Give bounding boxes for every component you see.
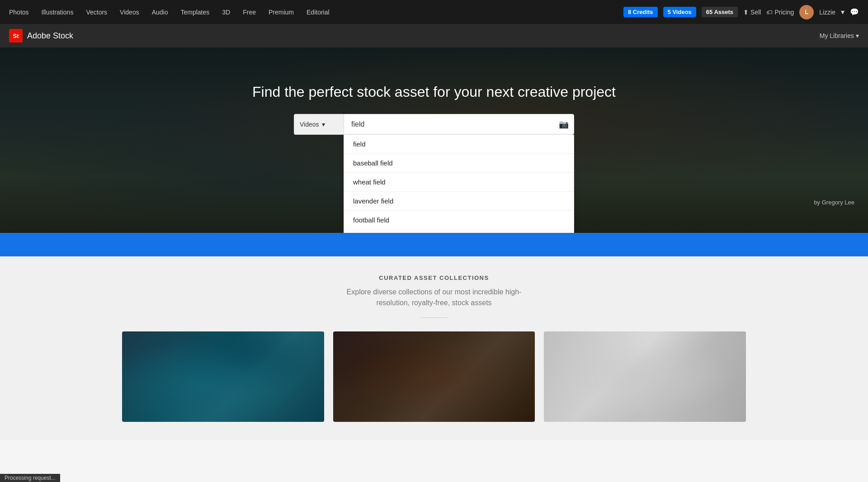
autocomplete-item[interactable]: sunflower field [344,230,574,233]
search-input[interactable] [344,114,574,135]
autocomplete-item[interactable]: baseball field [344,154,574,173]
search-type-label: Videos [300,121,319,128]
nav-vectors[interactable]: Vectors [86,9,107,16]
videos-badge[interactable]: 5 Videos [663,7,696,17]
curated-section: CURATED ASSET COLLECTIONS Explore divers… [0,256,868,440]
adobe-logo: St [9,29,23,43]
search-bar: Videos ▾ 📷 field baseball field wheat fi… [294,114,574,135]
hero-section: Find the perfect stock asset for your ne… [0,47,868,233]
assets-badge[interactable]: 65 Assets [702,7,738,17]
collection-card-2[interactable] [333,331,535,422]
user-label[interactable]: Lizzie [819,9,835,16]
chevron-down-icon: ▾ [856,32,859,39]
card-bg-1 [122,331,324,422]
pricing-link[interactable]: 🏷 Pricing [766,9,794,16]
my-libraries-link[interactable]: My Libraries ▾ [820,32,859,39]
second-navigation: St Adobe Stock My Libraries ▾ [0,24,868,47]
chevron-down-icon: ▾ [322,121,325,128]
search-input-wrapper: 📷 [344,114,574,135]
nav-photos[interactable]: Photos [9,9,29,16]
camera-icon[interactable]: 📷 [559,119,569,129]
autocomplete-dropdown: field baseball field wheat field lavende… [344,135,574,233]
curated-subtitle: Explore diverse collections of our most … [339,287,529,308]
credits-badge[interactable]: 8 Credits [623,7,658,17]
avatar[interactable]: L [799,5,814,19]
autocomplete-item[interactable]: wheat field [344,173,574,192]
notification-icon[interactable]: 💬 [850,8,859,16]
nav-editorial[interactable]: Editorial [307,9,330,16]
autocomplete-item[interactable]: football field [344,211,574,230]
top-nav-links: Photos Illustrations Vectors Videos Audi… [9,9,330,16]
nav-videos[interactable]: Videos [120,9,139,16]
search-type-dropdown[interactable]: Videos ▾ [294,114,344,135]
nav-templates[interactable]: Templates [180,9,209,16]
card-bg-2 [333,331,535,422]
brand-name: Adobe Stock [27,31,73,41]
nav-premium[interactable]: Premium [269,9,294,16]
collection-card-3[interactable] [544,331,746,422]
brand-logo-area[interactable]: St Adobe Stock [9,29,73,43]
hero-content: Find the perfect stock asset for your ne… [0,47,868,135]
sell-link[interactable]: ⬆ Sell [743,9,761,16]
nav-illustrations[interactable]: Illustrations [42,9,74,16]
curated-title: CURATED ASSET COLLECTIONS [9,274,859,281]
autocomplete-item[interactable]: lavender field [344,192,574,211]
nav-free[interactable]: Free [243,9,256,16]
curated-divider [420,317,448,318]
collection-card-1[interactable] [122,331,324,422]
card-bg-3 [544,331,746,422]
tag-icon: 🏷 [766,9,773,16]
nav-audio[interactable]: Audio [152,9,168,16]
top-nav-right: 8 Credits 5 Videos 65 Assets ⬆ Sell 🏷 Pr… [623,5,859,19]
hero-credit: by Gregory Lee [814,199,854,206]
blue-strip [0,233,868,256]
upload-icon: ⬆ [743,9,749,16]
top-navigation: Photos Illustrations Vectors Videos Audi… [0,0,868,24]
autocomplete-item[interactable]: field [344,135,574,154]
chevron-down-icon: ▾ [841,8,844,16]
collection-cards [9,331,859,440]
hero-title: Find the perfect stock asset for your ne… [252,84,616,100]
nav-3d[interactable]: 3D [222,9,230,16]
